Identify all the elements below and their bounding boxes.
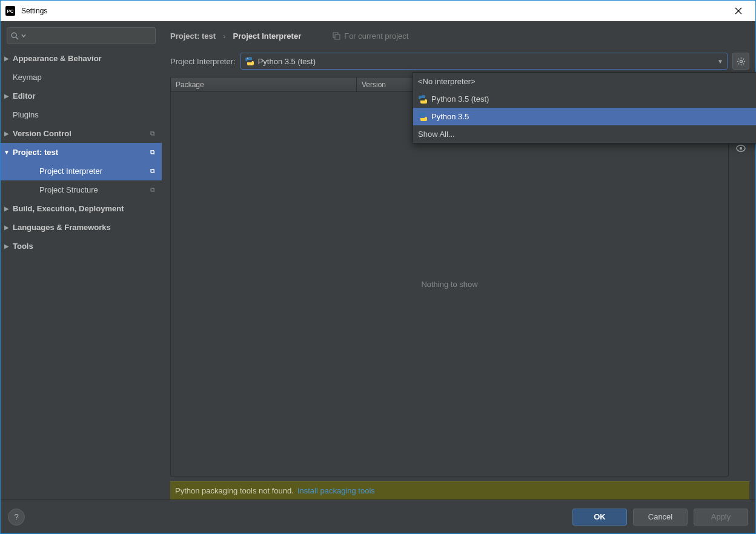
interpreter-row: Project Interpreter: Python 3.5 (test) ▼	[170, 53, 749, 70]
body: ▶Appearance & Behavior Keymap ▶Editor Pl…	[1, 21, 755, 499]
sidebar: ▶Appearance & Behavior Keymap ▶Editor Pl…	[1, 21, 162, 499]
dropdown-option-python-test[interactable]: Python 3.5 (test)	[413, 90, 756, 108]
tree-label: Project: test	[13, 148, 147, 157]
svg-line-13	[743, 58, 743, 59]
option-text: Show All...	[418, 130, 455, 139]
tree-label: Plugins	[13, 110, 158, 119]
tree-item-languages[interactable]: ▶Languages & Frameworks	[1, 218, 162, 237]
svg-rect-3	[335, 35, 340, 39]
for-current-project-hint: For current project	[333, 31, 408, 41]
python-icon	[418, 112, 428, 122]
sidebar-search[interactable]	[7, 27, 156, 44]
breadcrumb: Project: test › Project Interpreter For …	[170, 27, 749, 44]
app-icon: PC	[5, 6, 15, 16]
sidebar-search-input[interactable]	[28, 31, 151, 41]
svg-point-4	[247, 58, 248, 59]
project-scope-icon	[333, 32, 340, 40]
crumb-project[interactable]: Project: test	[170, 31, 216, 41]
option-text: Python 3.5 (test)	[431, 94, 489, 104]
tree-label: Project Structure	[26, 185, 147, 194]
project-scope-icon: ⧉	[147, 186, 158, 194]
python-icon	[245, 56, 254, 66]
dropdown-option-no-interpreter[interactable]: <No interpreter>	[413, 73, 756, 90]
dialog-footer: ? OK Cancel Apply	[1, 499, 755, 533]
svg-point-5	[251, 64, 252, 65]
help-icon: ?	[14, 512, 18, 521]
search-icon	[11, 32, 19, 40]
tree-label: Build, Execution, Deployment	[13, 204, 158, 213]
window-close-button[interactable]	[726, 1, 751, 21]
cancel-button[interactable]: Cancel	[633, 509, 688, 526]
tree-label: Tools	[13, 242, 158, 251]
tree-label: Version Control	[13, 129, 147, 138]
empty-text: Nothing to show	[421, 280, 477, 289]
window-title: Settings	[21, 7, 47, 15]
col-package[interactable]: Package	[171, 77, 357, 91]
interpreter-dropdown[interactable]: <No interpreter> Python 3.5 (test) Pytho…	[413, 72, 756, 143]
svg-point-6	[740, 60, 742, 62]
tree-item-project-structure[interactable]: Project Structure⧉	[1, 180, 162, 199]
svg-line-12	[743, 63, 743, 64]
chevron-right-icon: ›	[223, 31, 225, 41]
warning-banner: Python packaging tools not found. Instal…	[170, 481, 749, 499]
tree-label: Editor	[13, 91, 158, 101]
project-scope-icon: ⧉	[147, 167, 158, 175]
svg-line-1	[16, 37, 18, 39]
interpreter-label: Project Interpreter:	[170, 57, 236, 66]
gear-icon	[737, 57, 746, 66]
option-text: <No interpreter>	[418, 77, 476, 86]
option-text: Python 3.5	[431, 112, 469, 121]
chevron-down-icon	[21, 33, 26, 38]
interpreter-selected-text: Python 3.5 (test)	[258, 57, 714, 66]
apply-button[interactable]: Apply	[694, 509, 748, 526]
interpreter-combobox[interactable]: Python 3.5 (test) ▼	[240, 53, 728, 70]
svg-line-11	[738, 58, 738, 59]
titlebar[interactable]: PC Settings	[1, 1, 755, 21]
dropdown-option-show-all[interactable]: Show All...	[413, 125, 756, 143]
tree-label: Project Interpreter	[26, 166, 147, 176]
svg-point-16	[740, 147, 742, 150]
tree-item-tools[interactable]: ▶Tools	[1, 237, 162, 255]
interpreter-settings-button[interactable]	[732, 53, 749, 70]
tree-label: Languages & Frameworks	[13, 223, 158, 232]
svg-line-14	[738, 63, 738, 64]
settings-window: PC Settings ▶Appearance & Behavior Keyma…	[0, 0, 756, 534]
project-scope-icon: ⧉	[147, 130, 158, 137]
install-packaging-tools-link[interactable]: Install packaging tools	[297, 486, 375, 495]
tree-item-version-control[interactable]: ▶Version Control⧉	[1, 124, 162, 143]
dropdown-option-python[interactable]: Python 3.5	[413, 108, 756, 125]
content-pane: Project: test › Project Interpreter For …	[162, 21, 755, 499]
chevron-down-icon: ▼	[717, 58, 723, 65]
tree-item-appearance[interactable]: ▶Appearance & Behavior	[1, 49, 162, 68]
tree-label: Appearance & Behavior	[13, 54, 158, 63]
for-current-project-text: For current project	[344, 31, 408, 41]
ok-button[interactable]: OK	[572, 509, 627, 526]
tree-item-plugins[interactable]: Plugins	[1, 105, 162, 124]
settings-tree[interactable]: ▶Appearance & Behavior Keymap ▶Editor Pl…	[1, 49, 162, 499]
python-icon	[418, 94, 428, 104]
client-area: ▶Appearance & Behavior Keymap ▶Editor Pl…	[1, 21, 755, 533]
tree-item-build[interactable]: ▶Build, Execution, Deployment	[1, 199, 162, 218]
crumb-interpreter: Project Interpreter	[233, 31, 301, 41]
tree-item-project-interpreter[interactable]: Project Interpreter⧉	[1, 162, 162, 180]
tree-item-keymap[interactable]: Keymap	[1, 68, 162, 87]
package-table-body: Nothing to show	[171, 92, 728, 476]
tree-item-project[interactable]: ▼Project: test⧉	[1, 143, 162, 162]
tree-label: Keymap	[13, 73, 158, 82]
help-button[interactable]: ?	[8, 509, 25, 526]
banner-text: Python packaging tools not found.	[175, 486, 294, 495]
svg-point-0	[12, 33, 16, 38]
tree-item-editor[interactable]: ▶Editor	[1, 87, 162, 105]
project-scope-icon: ⧉	[147, 148, 158, 156]
